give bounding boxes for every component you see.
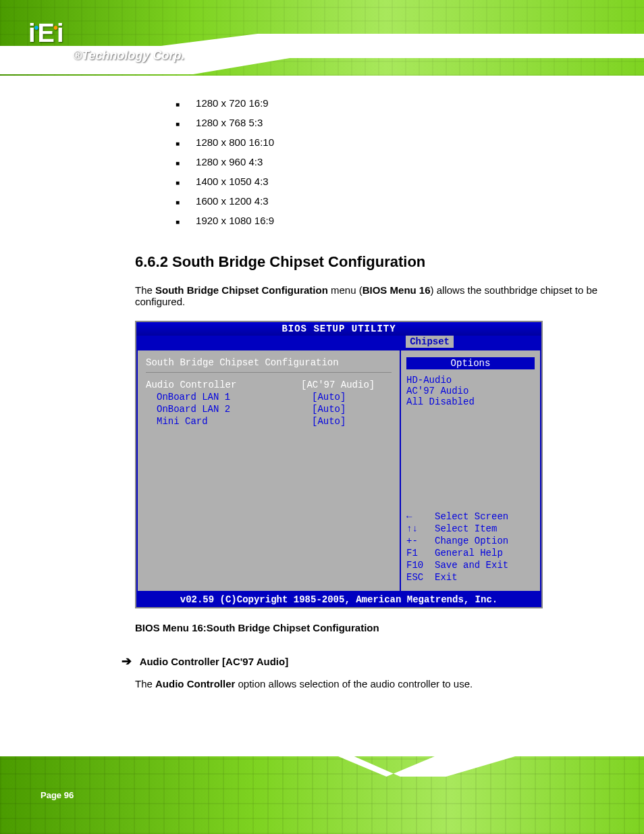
bios-setting-value: [Auto]	[312, 416, 346, 427]
text: The	[135, 284, 155, 296]
tagline: ®Technology Corp.	[73, 49, 185, 63]
list-item: 1280 x 720 16:9	[176, 97, 603, 109]
bios-help-line: +-Change Option	[406, 536, 535, 546]
bios-setting-row: OnBoard LAN 1[Auto]	[146, 392, 392, 402]
subsection-heading: ➔ Audio Controller [AC'97 Audio]	[122, 654, 603, 669]
bios-help: ←Select Screen↑↓Select Item+-Change Opti…	[406, 510, 535, 584]
bios-help-line: F10Save and Exit	[406, 560, 535, 571]
bios-left-panel: South Bridge Chipset Configuration Audio…	[136, 349, 400, 592]
bios-help-text: Save and Exit	[435, 560, 508, 571]
bios-option: AC'97 Audio	[406, 386, 535, 396]
bios-help-key: F10	[406, 560, 435, 571]
list-item: 1400 x 1050 4:3	[176, 176, 603, 187]
bios-option: HD-Audio	[406, 375, 535, 386]
list-item: 1280 x 960 4:3	[176, 156, 603, 167]
page-number: Page 96	[41, 790, 74, 800]
subsection-body: The Audio Controller option allows selec…	[135, 678, 603, 689]
logo-e: E	[38, 19, 53, 47]
bios-right-panel: Options HD-AudioAC'97 AudioAll Disabled …	[400, 349, 541, 592]
bios-setting-value: [AC'97 Audio]	[301, 380, 375, 390]
bios-help-key: F1	[406, 548, 435, 558]
section-title: South Bridge Chipset Configuration	[172, 253, 425, 270]
bios-screenshot: BIOS SETUP UTILITY Chipset South Bridge …	[135, 321, 543, 608]
text-bold: South Bridge Chipset Configuration	[155, 284, 328, 296]
list-item: 1600 x 1200 4:3	[176, 195, 603, 207]
bios-help-text: Select Item	[435, 523, 497, 534]
text: The	[135, 678, 155, 689]
bios-help-text: General Help	[435, 548, 503, 558]
bios-setting-value: [Auto]	[312, 404, 346, 415]
bios-left-title: South Bridge Chipset Configuration	[146, 357, 392, 368]
arrow-icon: ➔	[122, 654, 132, 668]
header-product: AFL-4xxA-N270 Series Panel PC	[468, 35, 607, 46]
text-ref: BIOS Menu 16	[363, 284, 431, 296]
bios-footer: v02.59 (C)Copyright 1985-2005, American …	[136, 592, 541, 607]
list-item: 1920 x 1080 16:9	[176, 215, 603, 226]
bios-help-text: Exit	[435, 572, 458, 583]
bios-help-text: Change Option	[435, 536, 508, 546]
figure-caption: BIOS Menu 16:South Bridge Chipset Config…	[135, 622, 603, 633]
bios-option: All Disabled	[406, 396, 535, 407]
bios-tab-bar: Chipset	[136, 336, 541, 349]
bottom-banner: Page 96	[0, 756, 644, 834]
bios-setting-label: Audio Controller	[146, 380, 301, 390]
divider	[146, 372, 392, 373]
bios-setting-label: Mini Card	[146, 416, 312, 427]
logo: i•E•i	[28, 19, 63, 48]
logo-prefix: i	[28, 19, 34, 47]
subsection-title: Audio Controller [AC'97 Audio]	[140, 656, 289, 667]
bios-help-line: ←Select Screen	[406, 511, 535, 522]
section-intro: The South Bridge Chipset Configuration m…	[135, 284, 603, 307]
bios-setting-row: Audio Controller[AC'97 Audio]	[146, 380, 392, 390]
section-heading: 6.6.2 South Bridge Chipset Configuration	[135, 253, 603, 271]
bios-help-text: Select Screen	[435, 511, 508, 522]
section-number: 6.6.2	[135, 253, 168, 270]
bios-help-line: ESCExit	[406, 572, 535, 583]
bios-setting-label: OnBoard LAN 1	[146, 392, 312, 402]
bios-tab-chipset: Chipset	[406, 336, 454, 348]
text: menu (	[328, 284, 363, 296]
list-item: 1280 x 800 16:10	[176, 136, 603, 148]
logo-suffix: i	[57, 19, 63, 47]
top-banner: i•E•i ®Technology Corp. AFL-4xxA-N270 Se…	[0, 0, 644, 76]
text: option allows selection of the audio con…	[235, 678, 473, 689]
bios-options-header: Options	[406, 357, 535, 369]
bios-help-key: ←	[406, 511, 435, 522]
bios-setting-label: OnBoard LAN 2	[146, 404, 312, 415]
bios-setting-row: Mini Card[Auto]	[146, 416, 392, 427]
bios-setting-value: [Auto]	[312, 392, 346, 402]
page-content: 1280 x 720 16:9 1280 x 768 5:3 1280 x 80…	[0, 76, 644, 689]
bios-help-key: ↑↓	[406, 523, 435, 534]
bios-help-key: +-	[406, 536, 435, 546]
bios-title: BIOS SETUP UTILITY	[136, 322, 541, 336]
bios-help-line: F1General Help	[406, 548, 535, 558]
bios-help-line: ↑↓Select Item	[406, 523, 535, 534]
bios-setting-row: OnBoard LAN 2[Auto]	[146, 404, 392, 415]
resolution-list: 1280 x 720 16:9 1280 x 768 5:3 1280 x 80…	[176, 97, 603, 226]
text-bold: Audio Controller	[155, 678, 235, 689]
list-item: 1280 x 768 5:3	[176, 117, 603, 128]
bios-help-key: ESC	[406, 572, 435, 583]
